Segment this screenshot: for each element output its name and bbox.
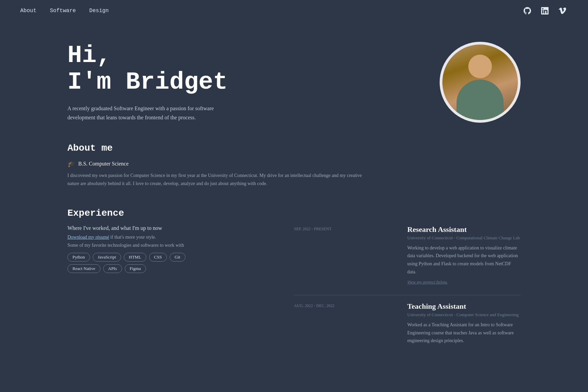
about-section: About me 🎓 B.S. Computer Science I disco…	[67, 143, 521, 188]
experience-entry-2: AUG. 2022 - DEC. 2022 Teaching Assistant…	[294, 295, 521, 348]
exp2-title: Teaching Assistant	[407, 302, 521, 311]
experience-grid: Where I've worked, and what I'm up to no…	[67, 225, 521, 348]
about-degree-row: 🎓 B.S. Computer Science	[67, 160, 521, 168]
hero-greeting: Hi,	[67, 42, 111, 69]
experience-section: Experience Where I've worked, and what I…	[67, 208, 521, 348]
tag-apis: APIs	[103, 264, 122, 273]
about-bio: I discovered my own passion for Computer…	[67, 172, 371, 188]
github-link[interactable]	[522, 5, 533, 16]
experience-right-col: SEP. 2022 - PRESENT Research Assistant U…	[294, 225, 521, 348]
exp2-details: Teaching Assistant University of Connect…	[407, 302, 521, 348]
nav-link-design[interactable]: Design	[89, 8, 109, 14]
vimeo-icon	[559, 7, 566, 14]
experience-entry-1: SEP. 2022 - PRESENT Research Assistant U…	[294, 225, 521, 295]
experience-intro-heading: Where I've worked, and what I'm up to no…	[67, 225, 281, 231]
hero-description: A recently graduated Software Engineer w…	[67, 104, 219, 122]
tag-python: Python	[67, 253, 90, 262]
linkedin-icon	[541, 7, 549, 14]
about-title: About me	[67, 143, 521, 153]
exp2-date: AUG. 2022 - DEC. 2022	[294, 302, 407, 308]
nav-icons	[522, 5, 568, 16]
tech-tags-row2: React Native APIs Figma	[67, 264, 281, 273]
navigation: About Software Design	[0, 0, 588, 22]
nav-links: About Software Design	[20, 8, 109, 14]
exp1-details: Research Assistant University of Connect…	[407, 225, 521, 285]
about-degree-text: B.S. Computer Science	[78, 161, 128, 167]
exp1-project-link[interactable]: View my project below.	[407, 279, 448, 284]
main-content: About me 🎓 B.S. Computer Science I disco…	[0, 143, 588, 348]
experience-left-col: Where I've worked, and what I'm up to no…	[67, 225, 294, 348]
github-icon	[524, 7, 531, 14]
hero-text: Hi, I'm Bridget A recently graduated Sof…	[67, 42, 228, 122]
exp2-company: University of Connecticut - Computer Sci…	[407, 312, 521, 318]
tag-git: Git	[170, 253, 185, 262]
experience-title: Experience	[67, 208, 521, 218]
hero-heading: Hi, I'm Bridget	[67, 42, 228, 96]
tag-react-native: React Native	[67, 264, 100, 273]
tech-stack-text: Some of my favorite technologies and sof…	[67, 243, 281, 248]
exp1-company: University of Connecticut - Computationa…	[407, 235, 521, 241]
exp2-description: Worked as a Teaching Assistant for an In…	[407, 321, 521, 345]
resume-suffix: if that's more your style.	[109, 235, 156, 240]
tag-javascript: JavaScript	[93, 253, 121, 262]
nav-link-about[interactable]: About	[20, 8, 36, 14]
linkedin-link[interactable]	[539, 5, 550, 16]
tag-css: CSS	[149, 253, 167, 262]
exp1-title: Research Assistant	[407, 225, 521, 234]
exp1-date: SEP. 2022 - PRESENT	[294, 225, 407, 232]
hero-section: Hi, I'm Bridget A recently graduated Sof…	[0, 22, 588, 143]
resume-link[interactable]: Download my résumé	[67, 235, 109, 240]
exp1-description: Working to develop a web application to …	[407, 244, 521, 276]
vimeo-link[interactable]	[557, 5, 568, 16]
hero-avatar	[442, 44, 518, 120]
nav-link-software[interactable]: Software	[50, 8, 76, 14]
hero-name: I'm Bridget	[67, 68, 228, 96]
hero-avatar-container	[440, 42, 521, 123]
tag-html: HTML	[124, 253, 146, 262]
graduation-cap-icon: 🎓	[67, 160, 75, 168]
tech-tags: Python JavaScript HTML CSS Git	[67, 253, 281, 262]
tag-figma: Figma	[125, 264, 146, 273]
